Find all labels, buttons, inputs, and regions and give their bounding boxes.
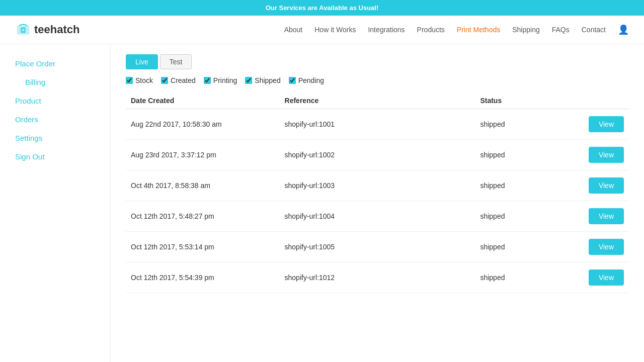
nav-print-methods[interactable]: Print Methods <box>457 26 500 34</box>
sidebar-item-billing[interactable]: Billing <box>0 73 110 92</box>
cell-reference: shopify-url:1002 <box>280 140 475 170</box>
sidebar-item-orders[interactable]: Orders <box>0 110 110 129</box>
filter-created-label: Created <box>171 76 196 84</box>
cell-action: View <box>559 170 629 201</box>
cell-reference: shopify-url:1001 <box>280 109 475 140</box>
sidebar-item-product[interactable]: Product <box>0 92 110 110</box>
nav-faqs[interactable]: FAQs <box>552 26 570 34</box>
svg-point-2 <box>22 29 24 31</box>
cell-status: shipped <box>475 140 559 170</box>
filter-pending-label: Pending <box>298 76 324 84</box>
logo: teehatch <box>15 22 79 38</box>
filter-pending: Pending <box>289 76 324 84</box>
sidebar-item-sign-out[interactable]: Sign Out <box>0 147 110 166</box>
filter-created-checkbox[interactable] <box>161 77 168 84</box>
filter-printing: Printing <box>204 76 237 84</box>
view-button[interactable]: View <box>589 116 624 132</box>
cell-action: View <box>559 140 629 170</box>
filter-shipped-label: Shipped <box>255 76 280 84</box>
cell-status: shipped <box>475 109 559 140</box>
table-row: Oct 12th 2017, 5:48:27 pm shopify-url:10… <box>126 201 629 232</box>
banner-text: Our Services are Available as Usual! <box>266 4 379 12</box>
view-button[interactable]: View <box>589 147 624 163</box>
cell-date: Aug 22nd 2017, 10:58:30 am <box>126 109 280 140</box>
orders-table: Date Created Reference Status Aug 22nd 2… <box>126 93 629 293</box>
nav-how-it-works[interactable]: How it Works <box>314 26 356 34</box>
view-button[interactable]: View <box>589 208 624 224</box>
col-header-reference: Reference <box>280 93 475 109</box>
table-row: Oct 12th 2017, 5:53:14 pm shopify-url:10… <box>126 232 629 262</box>
sidebar-item-place-order[interactable]: Place Order <box>0 54 110 73</box>
filter-group: Stock Created Printing Shipped Pending <box>126 76 629 84</box>
table-row: Oct 12th 2017, 5:54:39 pm shopify-url:10… <box>126 262 629 293</box>
tab-group: Live Test <box>126 54 629 69</box>
filter-shipped: Shipped <box>245 76 280 84</box>
cell-date: Oct 12th 2017, 5:54:39 pm <box>126 262 280 293</box>
cell-reference: shopify-url:1012 <box>280 262 475 293</box>
tab-test[interactable]: Test <box>160 54 192 69</box>
tab-live[interactable]: Live <box>126 54 158 69</box>
filter-pending-checkbox[interactable] <box>289 77 296 84</box>
top-banner: Our Services are Available as Usual! <box>0 0 644 16</box>
table-row: Oct 4th 2017, 8:58:38 am shopify-url:100… <box>126 170 629 201</box>
view-button[interactable]: View <box>589 177 624 194</box>
filter-shipped-checkbox[interactable] <box>245 77 252 84</box>
view-button[interactable]: View <box>589 269 624 286</box>
table-row: Aug 22nd 2017, 10:58:30 am shopify-url:1… <box>126 109 629 140</box>
logo-icon <box>15 22 31 38</box>
filter-created: Created <box>161 76 196 84</box>
sidebar: Place Order Billing Product Orders Setti… <box>0 44 111 362</box>
main-nav: About How it Works Integrations Products… <box>284 24 629 35</box>
col-header-action <box>559 93 629 109</box>
nav-integrations[interactable]: Integrations <box>368 26 405 34</box>
filter-stock-checkbox[interactable] <box>126 77 133 84</box>
cell-status: shipped <box>475 262 559 293</box>
cell-status: shipped <box>475 232 559 262</box>
col-header-status: Status <box>475 93 559 109</box>
view-button[interactable]: View <box>589 239 624 255</box>
cell-status: shipped <box>475 201 559 232</box>
filter-printing-label: Printing <box>213 76 237 84</box>
filter-stock: Stock <box>126 76 153 84</box>
cell-reference: shopify-url:1005 <box>280 232 475 262</box>
user-icon[interactable]: 👤 <box>618 24 629 35</box>
cell-date: Oct 12th 2017, 5:48:27 pm <box>126 201 280 232</box>
nav-contact[interactable]: Contact <box>582 26 606 34</box>
nav-products[interactable]: Products <box>417 26 445 34</box>
filter-stock-label: Stock <box>135 76 153 84</box>
cell-date: Aug 23rd 2017, 3:37:12 pm <box>126 140 280 170</box>
filter-printing-checkbox[interactable] <box>204 77 211 84</box>
cell-reference: shopify-url:1003 <box>280 170 475 201</box>
table-row: Aug 23rd 2017, 3:37:12 pm shopify-url:10… <box>126 140 629 170</box>
sidebar-item-settings[interactable]: Settings <box>0 129 110 147</box>
cell-action: View <box>559 262 629 293</box>
cell-action: View <box>559 232 629 262</box>
cell-reference: shopify-url:1004 <box>280 201 475 232</box>
cell-date: Oct 12th 2017, 5:53:14 pm <box>126 232 280 262</box>
logo-text: teehatch <box>34 23 79 36</box>
nav-shipping[interactable]: Shipping <box>512 26 540 34</box>
cell-status: shipped <box>475 170 559 201</box>
nav-about[interactable]: About <box>284 26 303 34</box>
cell-date: Oct 4th 2017, 8:58:38 am <box>126 170 280 201</box>
cell-action: View <box>559 201 629 232</box>
cell-action: View <box>559 109 629 140</box>
col-header-date: Date Created <box>126 93 280 109</box>
layout: Place Order Billing Product Orders Setti… <box>0 44 644 362</box>
main-content: Live Test Stock Created Printing Shipped <box>111 44 644 362</box>
header: teehatch About How it Works Integrations… <box>0 16 644 44</box>
